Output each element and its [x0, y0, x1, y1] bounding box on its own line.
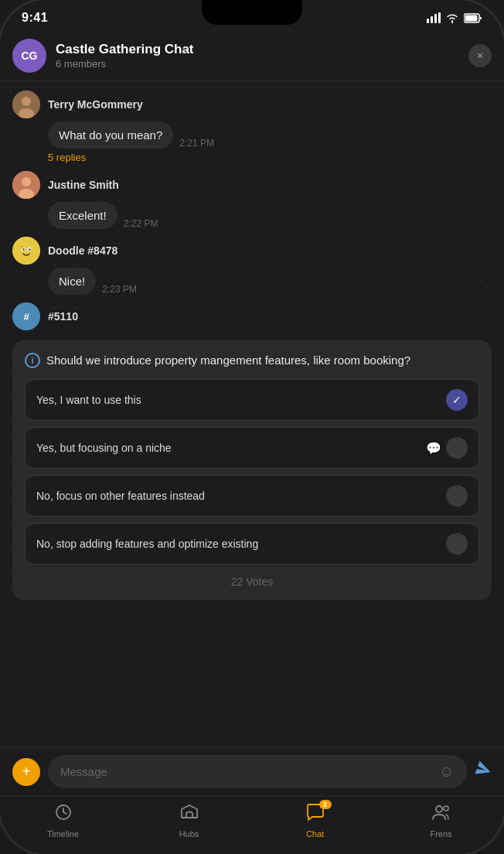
poll-option-text-2: Yes, but focusing on a niche: [36, 441, 426, 455]
poll-option-text-3: No, focus on other features instead: [36, 489, 446, 503]
poll-info-icon: i: [25, 353, 40, 368]
poll-option-text-1: Yes, I want to use this: [36, 393, 446, 407]
username-doodle: Doodle #8478: [48, 244, 117, 257]
poll-option-action-3: [446, 485, 468, 507]
chat-badge: 2: [319, 800, 332, 809]
input-placeholder: Message: [60, 765, 107, 778]
tab-chat-label: Chat: [306, 829, 324, 839]
chat-icon: 2: [305, 803, 325, 826]
chat-group-avatar: CG: [12, 39, 46, 73]
poll-option-1[interactable]: Yes, I want to use this ✓: [25, 379, 479, 421]
svg-point-17: [19, 246, 24, 249]
message-row-terry: What do you mean? 2:21 PM: [12, 121, 492, 149]
hubs-icon: [179, 803, 199, 826]
replies-link-terry[interactable]: 5 replies: [12, 152, 492, 163]
svg-point-10: [22, 177, 31, 186]
status-bar: 9:41: [0, 0, 504, 31]
avatar-hash: #: [12, 302, 40, 330]
message-row-doodle: Nice! 2:23 PM: [12, 268, 492, 295]
poll-option-action-4: [446, 533, 468, 555]
svg-rect-1: [431, 16, 433, 23]
chat-subtitle: 6 members: [56, 58, 468, 70]
poll-option-4[interactable]: No, stop adding features and optimize ex…: [25, 523, 479, 565]
add-button[interactable]: +: [12, 758, 40, 786]
svg-point-12: [12, 237, 40, 265]
close-button[interactable]: ×: [468, 44, 492, 67]
poll-options: Yes, I want to use this ✓ Yes, but focus…: [25, 379, 479, 565]
tab-timeline[interactable]: Timeline: [0, 803, 126, 839]
avatar-terry: [12, 91, 40, 118]
phone-screen: 9:41: [0, 0, 504, 854]
message-row-justine: Excelent! 2:22 PM: [12, 202, 492, 229]
message-bubble-doodle: Nice!: [48, 268, 96, 295]
message-input-field[interactable]: Message ☺: [48, 755, 467, 788]
tab-bar: Timeline Hubs 2: [0, 796, 504, 854]
poll-check-icon: ✓: [446, 389, 468, 411]
poll-option-3[interactable]: No, focus on other features instead: [25, 475, 479, 517]
message-time-doodle: 2:23 PM: [102, 284, 137, 295]
emoji-button[interactable]: ☺: [439, 763, 455, 781]
svg-text:#: #: [23, 311, 29, 323]
poll-option-2[interactable]: Yes, but focusing on a niche 💬: [25, 427, 479, 469]
message-bubble-justine: Excelent!: [48, 202, 117, 229]
svg-point-22: [444, 806, 448, 811]
poll-comment-icon: 💬: [426, 441, 441, 456]
avatar-doodle: [12, 237, 40, 265]
message-group-hash: # #5110 i Should we introduce property m…: [12, 302, 492, 600]
svg-rect-3: [438, 12, 441, 23]
poll-option-action-1: ✓: [446, 389, 468, 411]
tab-hubs-label: Hubs: [179, 829, 199, 839]
message-time-justine: 2:22 PM: [124, 218, 158, 229]
poll-empty-circle-4: [446, 533, 468, 555]
tab-hubs[interactable]: Hubs: [126, 803, 252, 839]
tab-chat[interactable]: 2 Chat: [252, 803, 378, 839]
svg-rect-5: [465, 15, 478, 21]
chat-header-info: Castle Gathering Chat 6 members: [56, 42, 468, 70]
status-icons: [427, 12, 482, 23]
send-button[interactable]: [472, 759, 495, 785]
signal-icon: [427, 12, 441, 23]
battery-icon: [464, 13, 482, 23]
poll-empty-circle-3: [446, 485, 468, 507]
tab-frens-label: Frens: [430, 829, 451, 839]
poll-question-row: i Should we introduce property mangement…: [25, 352, 479, 368]
frens-icon: [431, 803, 451, 826]
poll-card: i Should we introduce property mangement…: [12, 340, 492, 600]
svg-point-16: [29, 248, 30, 250]
message-group-doodle: Doodle #8478 Nice! 2:23 PM: [12, 237, 492, 295]
message-bubble-terry: What do you mean?: [48, 121, 173, 149]
tab-frens[interactable]: Frens: [378, 803, 504, 839]
poll-question-text: Should we introduce property mangement f…: [46, 352, 410, 368]
poll-option-action-2: 💬: [426, 437, 468, 459]
message-group-terry: Terry McGommery What do you mean? 2:21 P…: [12, 91, 492, 163]
poll-votes: 22 Votes: [25, 576, 479, 588]
chat-header: CG Castle Gathering Chat 6 members ×: [0, 31, 504, 81]
svg-rect-2: [434, 14, 437, 23]
phone-frame: 9:41: [0, 0, 504, 854]
username-justine: Justine Smith: [48, 179, 119, 191]
svg-point-7: [22, 97, 31, 106]
chat-title: Castle Gathering Chat: [56, 42, 468, 57]
timeline-icon: [54, 803, 73, 826]
chat-area: Terry McGommery What do you mean? 2:21 P…: [0, 81, 504, 746]
message-group-justine: Justine Smith Excelent! 2:22 PM: [12, 171, 492, 229]
username-terry: Terry McGommery: [48, 98, 143, 111]
notch: [202, 0, 302, 25]
wifi-icon: [445, 12, 459, 23]
username-hash: #5110: [48, 310, 78, 323]
svg-rect-0: [427, 19, 429, 23]
status-time: 9:41: [22, 11, 48, 25]
avatar-justine: [12, 171, 40, 199]
message-input-bar: + Message ☺: [0, 746, 504, 796]
tab-timeline-label: Timeline: [47, 829, 79, 839]
message-time-terry: 2:21 PM: [179, 138, 214, 149]
poll-option-text-4: No, stop adding features and optimize ex…: [36, 537, 446, 551]
poll-empty-circle-2: [446, 437, 468, 459]
svg-point-21: [436, 806, 442, 812]
